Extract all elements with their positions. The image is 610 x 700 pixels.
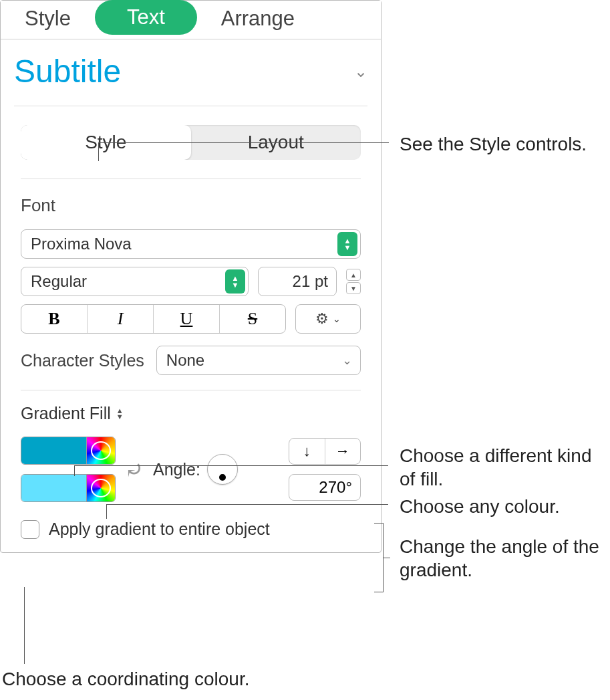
updown-icon: ▲▼ — [116, 408, 124, 420]
strikethrough-button[interactable]: S — [220, 305, 285, 333]
tab-text[interactable]: Text — [95, 0, 197, 35]
gradient-swatches — [21, 437, 116, 502]
character-styles-value: None — [166, 351, 342, 370]
callout-any-colour: Choose any colour. — [400, 495, 560, 518]
updown-icon: ▲▼ — [225, 269, 245, 294]
callout-leader — [106, 504, 388, 505]
tab-arrange[interactable]: Arrange — [197, 7, 319, 39]
font-family-popup[interactable]: Proxima Nova ▲▼ — [21, 229, 361, 259]
paragraph-style-name: Subtitle — [14, 53, 354, 90]
chevron-down-icon: ⌄ — [354, 62, 367, 81]
apply-gradient-checkbox[interactable] — [21, 520, 39, 539]
direction-right-button[interactable]: → — [325, 439, 361, 464]
callout-leader — [98, 142, 99, 161]
angle-indicator — [219, 474, 226, 481]
callout-leader — [384, 558, 390, 558]
paragraph-style-popup[interactable]: Subtitle ⌄ — [14, 53, 367, 106]
fill-type-popup[interactable]: Gradient Fill ▲▼ — [21, 404, 361, 423]
top-tabs: Style Text Arrange — [1, 1, 381, 39]
subtab-row: Style Layout — [21, 125, 361, 179]
apply-gradient-row: Apply gradient to entire object — [21, 519, 361, 539]
step-up-button[interactable]: ▲ — [346, 269, 361, 281]
font-heading: Font — [21, 195, 361, 216]
font-size-field[interactable]: 21 pt — [258, 267, 337, 296]
color-well-2[interactable] — [21, 475, 86, 501]
inspector-panel: Style Text Arrange Subtitle ⌄ Style Layo… — [0, 0, 382, 553]
callout-angle: Change the angle of the gradient. — [400, 535, 600, 582]
chevron-down-icon: ⌄ — [333, 314, 341, 324]
angle-label: Angle: — [153, 460, 200, 479]
callout-leader — [106, 504, 107, 519]
callout-leader — [24, 587, 25, 664]
color-picker-2[interactable] — [86, 475, 115, 501]
font-weight-popup[interactable]: Regular ▲▼ — [21, 267, 249, 296]
callout-leader — [74, 465, 388, 466]
callout-fill-kind: Choose a different kind of fill. — [400, 444, 600, 491]
gradient-color-2 — [21, 474, 116, 502]
angle-value: 270° — [319, 478, 352, 497]
direction-buttons: ↓ → — [289, 438, 361, 465]
gear-icon: ⚙ — [315, 310, 329, 328]
font-size-value: 21 pt — [259, 272, 332, 291]
callout-leader — [98, 142, 389, 143]
angle-field[interactable]: 270° — [289, 474, 361, 501]
bold-button[interactable]: B — [21, 305, 88, 333]
callout-coord-colour: Choose a coordinating colour. — [2, 667, 249, 691]
italic-button[interactable]: I — [88, 305, 154, 333]
text-format-group: B I U S — [21, 304, 286, 334]
angle-presets: ↓ → 270° — [289, 438, 361, 501]
chevron-down-icon: ⌄ — [342, 353, 357, 368]
swap-colors-icon[interactable]: ⤾ — [125, 456, 144, 483]
gradient-controls: ⤾ Angle: ↓ → 270° — [21, 437, 361, 502]
angle-block: Angle: — [153, 454, 279, 485]
font-size-stepper: ▲ ▼ — [346, 267, 361, 296]
color-picker-1[interactable] — [86, 437, 115, 464]
angle-dial[interactable] — [207, 454, 238, 485]
character-styles-popup[interactable]: None ⌄ — [156, 346, 361, 375]
font-family-value: Proxima Nova — [31, 235, 337, 253]
callout-style-controls: See the Style controls. — [400, 132, 587, 156]
gradient-color-1 — [21, 437, 116, 465]
step-down-button[interactable]: ▼ — [346, 282, 361, 294]
font-weight-value: Regular — [31, 272, 225, 291]
updown-icon: ▲▼ — [337, 232, 357, 256]
advanced-options-button[interactable]: ⚙ ⌄ — [295, 304, 361, 334]
color-well-1[interactable] — [21, 437, 86, 464]
tab-style[interactable]: Style — [1, 7, 95, 39]
character-styles-label: Character Styles — [21, 351, 144, 370]
direction-down-button[interactable]: ↓ — [289, 439, 325, 464]
fill-section: Gradient Fill ▲▼ ⤾ Angle: — [21, 404, 361, 552]
fill-type-value: Gradient Fill — [21, 404, 111, 423]
font-section: Font Proxima Nova ▲▼ Regular ▲▼ 21 pt ▲ … — [21, 195, 361, 390]
callout-bracket — [374, 523, 384, 592]
callout-leader — [74, 465, 75, 476]
apply-gradient-label: Apply gradient to entire object — [49, 519, 270, 539]
underline-button[interactable]: U — [154, 305, 220, 333]
